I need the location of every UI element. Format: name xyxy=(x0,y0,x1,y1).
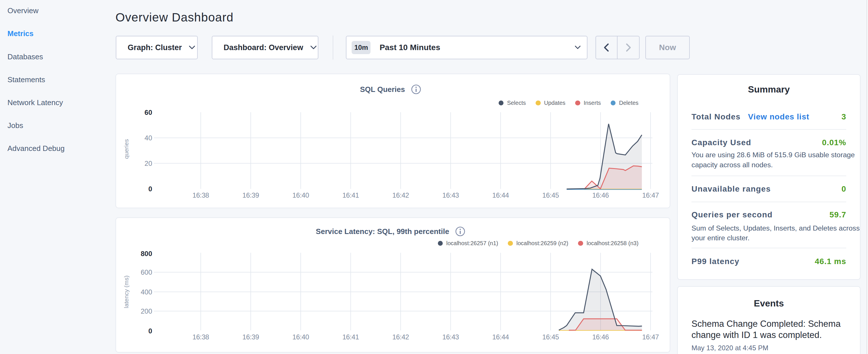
svg-text:16:43: 16:43 xyxy=(442,333,459,341)
svg-text:16:41: 16:41 xyxy=(342,333,359,341)
svg-text:16:40: 16:40 xyxy=(292,191,309,199)
svg-text:16:45: 16:45 xyxy=(542,333,559,341)
svg-text:16:45: 16:45 xyxy=(542,191,559,199)
svg-text:queries: queries xyxy=(123,139,129,159)
svg-text:40: 40 xyxy=(145,134,152,142)
svg-text:16:41: 16:41 xyxy=(342,191,359,199)
svg-text:600: 600 xyxy=(141,268,152,276)
svg-text:16:46: 16:46 xyxy=(592,191,609,199)
svg-text:16:42: 16:42 xyxy=(392,333,409,341)
svg-text:16:44: 16:44 xyxy=(492,191,509,199)
svg-text:0: 0 xyxy=(149,185,152,193)
svg-text:16:47: 16:47 xyxy=(642,191,659,199)
svg-text:20: 20 xyxy=(145,160,152,167)
svg-text:0: 0 xyxy=(149,327,152,335)
svg-text:16:38: 16:38 xyxy=(192,191,209,199)
svg-text:16:40: 16:40 xyxy=(292,333,309,341)
svg-text:latency (ms): latency (ms) xyxy=(123,276,129,308)
svg-text:16:43: 16:43 xyxy=(442,191,459,199)
svg-text:16:39: 16:39 xyxy=(242,333,259,341)
svg-text:200: 200 xyxy=(141,307,152,315)
svg-text:60: 60 xyxy=(145,108,152,116)
svg-text:800: 800 xyxy=(141,250,152,257)
svg-text:16:44: 16:44 xyxy=(492,333,509,341)
svg-text:400: 400 xyxy=(141,288,152,296)
svg-text:16:42: 16:42 xyxy=(392,191,409,199)
svg-text:16:38: 16:38 xyxy=(192,333,209,341)
svg-text:16:47: 16:47 xyxy=(642,333,659,341)
svg-text:16:39: 16:39 xyxy=(242,191,259,199)
svg-text:16:46: 16:46 xyxy=(592,333,609,341)
